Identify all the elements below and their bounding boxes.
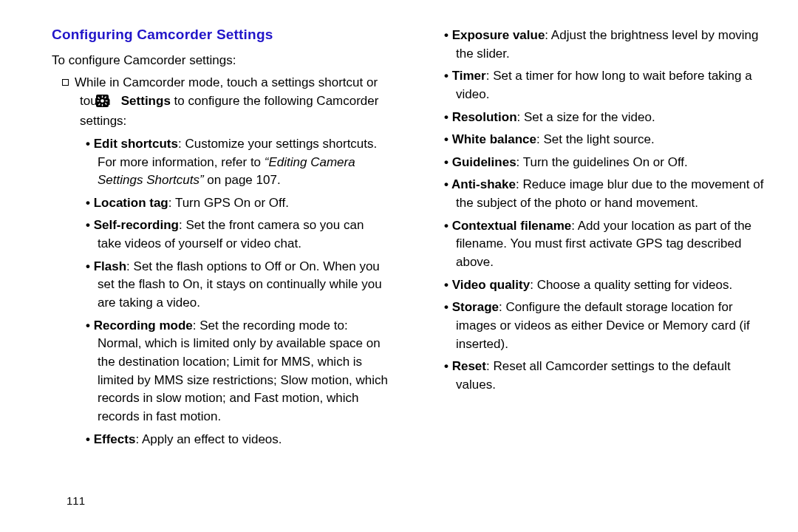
setting-term: Guidelines xyxy=(452,155,516,169)
setting-body-post: on page 107. xyxy=(204,173,281,187)
setting-body: : Set the flash options to Off or On. Wh… xyxy=(98,259,382,310)
setting-body: : Configure the default storage location… xyxy=(456,300,750,350)
settings-list-right: Exposure value: Adjust the brightness le… xyxy=(428,27,767,395)
right-column: Exposure value: Adjust the brightness le… xyxy=(428,27,767,514)
setting-term: Timer xyxy=(452,69,486,83)
list-item: Storage: Configure the default storage l… xyxy=(444,299,767,353)
setting-body: : Turn GPS On or Off. xyxy=(168,196,289,210)
list-item: Flash: Set the flash options to Off or O… xyxy=(86,258,391,313)
list-item: Effects: Apply an effect to videos. xyxy=(86,431,391,449)
list-item: Self-recording: Set the front camera so … xyxy=(86,216,391,253)
setting-term: Reset xyxy=(452,359,486,373)
list-item: Contextual filename: Add your location a… xyxy=(444,217,767,272)
setting-term: Effects xyxy=(94,432,136,446)
list-item: Location tag: Turn GPS On or Off. xyxy=(86,194,391,213)
setting-term: Storage xyxy=(452,300,499,314)
setting-term: Location tag xyxy=(94,196,168,210)
setting-term: Resolution xyxy=(452,110,517,124)
setting-body: : Apply an effect to videos. xyxy=(135,432,282,446)
step-bold: Settings xyxy=(117,94,171,108)
setting-term: Edit shortcuts xyxy=(94,137,178,151)
settings-list-left: Edit shortcuts: Customize your settings … xyxy=(52,135,391,449)
setting-term: Anti-shake xyxy=(451,177,516,191)
list-item: Timer: Set a timer for how long to wait … xyxy=(444,67,767,103)
setting-body: : Set a timer for how long to wait befor… xyxy=(456,69,752,101)
setting-body: : Choose a quality setting for videos. xyxy=(530,278,732,292)
setting-body: : Reset all Camcorder settings to the de… xyxy=(456,359,731,392)
left-column: Configuring Camcorder Settings To config… xyxy=(52,27,391,514)
list-item: White balance: Set the light source. xyxy=(444,131,767,149)
setting-body: : Set the recording mode to: Normal, whi… xyxy=(98,318,388,423)
setting-term: Flash xyxy=(94,259,126,273)
step-line: While in Camcorder mode, touch a setting… xyxy=(58,74,391,131)
list-item: Video quality: Choose a quality setting … xyxy=(444,276,767,295)
list-item: Anti-shake: Reduce image blur due to the… xyxy=(444,176,767,212)
list-item: Guidelines: Turn the guidelines On or Of… xyxy=(444,154,767,172)
svg-point-1 xyxy=(101,99,105,103)
square-bullet-icon xyxy=(62,79,69,86)
list-item: Reset: Reset all Camcorder settings to t… xyxy=(444,358,767,394)
manual-page: Configuring Camcorder Settings To config… xyxy=(0,0,798,532)
setting-body: : Set the light source. xyxy=(536,132,655,146)
svg-rect-3 xyxy=(102,103,103,106)
setting-term: White balance xyxy=(452,132,536,146)
list-item: Recording mode: Set the recording mode t… xyxy=(86,317,391,426)
setting-body: : Turn the guidelines On or Off. xyxy=(516,155,688,169)
setting-term: Exposure value xyxy=(452,28,545,42)
setting-body: : Set a size for the video. xyxy=(517,110,655,124)
section-title: Configuring Camcorder Settings xyxy=(52,27,391,43)
list-item: Edit shortcuts: Customize your settings … xyxy=(86,135,391,190)
page-number: 111 xyxy=(66,494,85,507)
svg-rect-5 xyxy=(106,100,108,100)
setting-term: Contextual filename xyxy=(452,219,572,233)
intro-text: To configure Camcorder settings: xyxy=(52,53,391,68)
svg-rect-2 xyxy=(102,95,103,98)
setting-term: Self-recording xyxy=(94,218,179,232)
setting-term: Video quality xyxy=(452,278,531,292)
list-item: Resolution: Set a size for the video. xyxy=(444,109,767,127)
setting-term: Recording mode xyxy=(94,318,193,332)
list-item: Exposure value: Adjust the brightness le… xyxy=(444,27,767,63)
svg-rect-4 xyxy=(98,100,100,100)
